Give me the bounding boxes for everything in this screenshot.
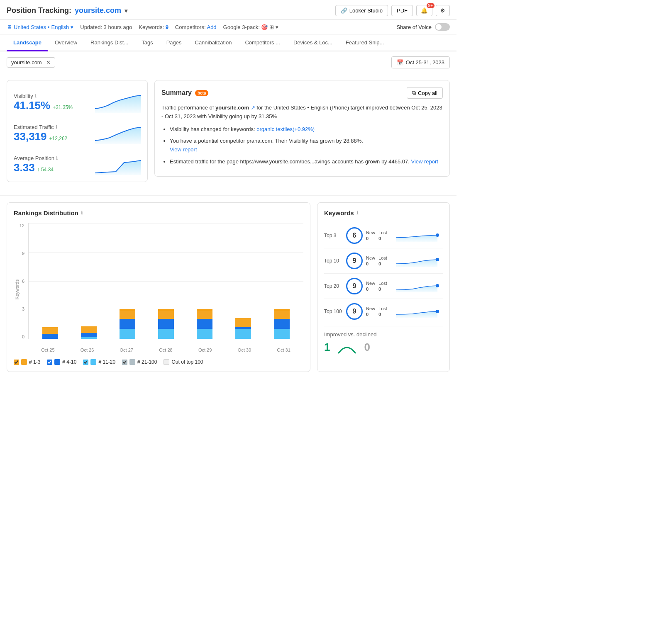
kw-lost-top100: Lost 0 (378, 306, 387, 317)
bar-seg-4-10 (81, 333, 97, 337)
traffic-label: Estimated Traffic ℹ (14, 124, 67, 130)
share-of-voice-toggle: Share of Voice (396, 23, 450, 31)
tab-tags[interactable]: Tags (135, 34, 159, 51)
visibility-label: Visibility ℹ (14, 93, 73, 99)
chart-legend: # 1-3 # 4-10 # 11-20 # 21-100 (14, 359, 303, 365)
settings-button[interactable]: ⚙ (436, 5, 450, 16)
subheader-dot: • (48, 24, 50, 30)
view-report-link-1[interactable]: View report (170, 146, 197, 153)
summary-bullet-1: Visibility has changed for keywords: org… (170, 125, 443, 134)
filter-tag-label: yoursite.com (11, 59, 42, 66)
bar-seg-11-20 (120, 329, 135, 339)
y-6: 6 (22, 279, 24, 284)
google-3pack-label: Google 3-pack: 🎯 ⊞ ▾ (223, 24, 278, 30)
tab-rankings-dist[interactable]: Rankings Dist... (84, 34, 135, 51)
looker-studio-button[interactable]: 🔗 Looker Studio (335, 5, 388, 16)
svg-point-1 (436, 258, 439, 261)
rankings-title: Rankings Distribution ℹ (14, 209, 303, 216)
keywords-label: Keywords: 9 (139, 24, 168, 30)
rankings-distribution-section: Rankings Distribution ℹ 12 9 6 3 0 (7, 202, 310, 372)
y-3: 3 (22, 306, 24, 311)
kw-chart-top10 (391, 255, 443, 267)
subheader: 🖥 United States • English ▾ Updated: 3 h… (0, 20, 456, 34)
tab-overview[interactable]: Overview (48, 34, 84, 51)
copy-all-button[interactable]: ⧉ Copy all (407, 87, 443, 99)
top-row: Visibility ℹ 41.15% +31.35% (0, 73, 456, 196)
position-change: ↑ 54.34 (37, 167, 54, 173)
visibility-metric: Visibility ℹ 41.15% +31.35% (14, 87, 141, 118)
copy-icon: ⧉ (412, 90, 416, 96)
tab-cannibalization[interactable]: Cannibalization (188, 34, 239, 51)
position-info-icon[interactable]: ℹ (56, 156, 58, 161)
date-range-label: Oct 25-31, 2023 (406, 59, 444, 66)
calendar-icon: 📅 (397, 59, 403, 66)
kw-lost-top10: Lost 0 (378, 255, 387, 266)
keywords-info-icon[interactable]: ℹ (356, 210, 358, 216)
legend-checkbox-4-10[interactable] (47, 360, 52, 365)
legend-checkbox-11-20[interactable] (83, 360, 88, 365)
bar-seg-1-3 (81, 326, 97, 333)
tab-featured-snip[interactable]: Featured Snip... (339, 34, 391, 51)
header-actions: 🔗 Looker Studio PDF 🔔 9+ ⚙ (335, 5, 450, 16)
share-voice-switch[interactable] (435, 23, 450, 31)
location-language-selector[interactable]: 🖥 United States • English ▾ (7, 24, 73, 30)
traffic-change: +12,262 (49, 136, 68, 141)
grid-icon[interactable]: ⊞ (269, 24, 274, 30)
visibility-info-icon[interactable]: ℹ (35, 93, 37, 99)
position-label: Average Position ℹ (14, 155, 58, 161)
declined-value: 0 (364, 341, 370, 354)
summary-bullets: Visibility has changed for keywords: org… (161, 125, 443, 166)
kw-circle-top10: 9 (346, 253, 363, 269)
position-chart (95, 154, 141, 175)
bar-seg-11-20 (158, 329, 174, 339)
legend-11-20: # 11-20 (83, 359, 115, 365)
legend-checkbox-21-100[interactable] (122, 360, 127, 365)
improved-declined-values: 1 0 (324, 341, 443, 354)
rankings-info-icon[interactable]: ℹ (81, 210, 83, 216)
competitors-label: Competitors: Add (175, 24, 217, 30)
kw-chart-top3 (391, 229, 443, 242)
bottom-row: Rankings Distribution ℹ 12 9 6 3 0 (0, 196, 456, 379)
bar-seg-4-10 (158, 319, 174, 329)
beta-badge: beta (195, 90, 209, 96)
tab-competitors[interactable]: Competitors ... (238, 34, 287, 51)
site-name: yoursite.com (75, 6, 121, 15)
tab-pages[interactable]: Pages (160, 34, 188, 51)
updated-text: Updated: 3 hours ago (80, 24, 132, 30)
svg-point-0 (436, 233, 439, 237)
language-label: English (51, 24, 69, 30)
traffic-chart (95, 123, 141, 144)
view-report-link-2[interactable]: View report (411, 158, 438, 165)
chevron-down-icon[interactable]: ▾ (124, 7, 127, 14)
kw-new-lost-top3: New 0 (366, 230, 375, 241)
notification-button[interactable]: 🔔 9+ (416, 5, 432, 16)
tab-devices-loc[interactable]: Devices & Loc... (287, 34, 339, 51)
summary-site-link[interactable]: ↗ (251, 104, 255, 111)
pdf-button[interactable]: PDF (391, 5, 413, 16)
organic-textiles-link[interactable]: organic textiles (256, 126, 293, 132)
improved-arc-chart (337, 341, 357, 354)
x-oct30: Oct 30 (238, 348, 251, 352)
rankings-chart: 12 9 6 3 0 (14, 223, 303, 356)
site-filter-tag[interactable]: yoursite.com ✕ (7, 57, 55, 68)
y-12: 12 (20, 223, 24, 228)
kw-new-top10: New 0 (366, 255, 375, 266)
kw-chart-top100 (391, 305, 443, 318)
bar-seg-11-20 (197, 329, 212, 339)
kw-new-top20: New 0 (366, 281, 375, 292)
avg-position-metric: Average Position ℹ 3.33 ↑ 54.34 (14, 149, 141, 175)
position-value: 3.33 (14, 161, 35, 174)
add-competitors-link[interactable]: Add (207, 24, 216, 30)
tab-landscape[interactable]: Landscape (7, 34, 48, 51)
bar-seg-1-3 (158, 309, 174, 319)
grid-line-3 (29, 310, 303, 310)
looker-label: Looker Studio (349, 7, 383, 14)
y-0: 0 (22, 334, 24, 339)
chevron-down-3pack: ▾ (276, 24, 278, 30)
bar-seg-4-10 (42, 334, 58, 339)
date-range-picker[interactable]: 📅 Oct 25-31, 2023 (391, 56, 450, 68)
legend-checkbox-1-3[interactable] (14, 360, 19, 365)
filter-close-icon[interactable]: ✕ (46, 59, 51, 66)
traffic-info-icon[interactable]: ℹ (56, 124, 57, 130)
visibility-chart (95, 92, 141, 113)
